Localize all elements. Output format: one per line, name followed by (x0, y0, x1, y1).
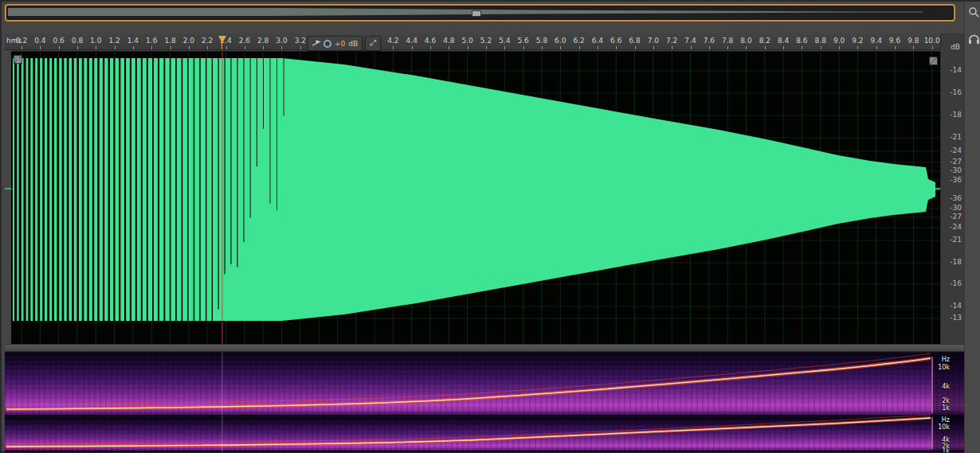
ruler-tick-label: 6.2 (573, 37, 584, 45)
ruler-tick-mark (300, 46, 301, 49)
ruler-tick-label: 1.2 (108, 37, 120, 45)
ruler-tick-label: 6.4 (592, 37, 603, 45)
db-scale-label: -24 (940, 223, 962, 231)
hud-pin-button[interactable]: ⤢ (365, 36, 381, 51)
zoom-navigator-bar[interactable] (5, 4, 955, 21)
hud-knob-icon[interactable] (323, 40, 331, 48)
ruler-tick-label: 8.4 (778, 37, 789, 45)
plot-corner-icon[interactable] (14, 55, 22, 64)
ruler-tick-label: 9.0 (833, 37, 845, 45)
spectral-display[interactable]: Hz10k4k2k1kHz10k4k2k1k (5, 352, 964, 452)
ruler-tick-label: 7.8 (722, 37, 733, 45)
frequency-label: Hz (918, 416, 950, 424)
db-scale-title: dB (940, 43, 960, 51)
ruler-tick-mark (281, 46, 282, 49)
audio-editor-window: hms 0.20.40.60.81.01.21.41.61.82.02.22.4… (0, 0, 980, 453)
ruler-tick-label: 4.2 (387, 37, 398, 45)
ruler-tick-label: 5.4 (499, 37, 510, 45)
volume-hud[interactable]: +0 dB (308, 36, 363, 51)
ruler-tick-label: 10.0 (924, 37, 940, 45)
db-scale-label: -14 (940, 66, 962, 74)
ruler-tick-mark (151, 46, 152, 49)
ruler-tick-label: 5.0 (462, 37, 473, 45)
ruler-tick-label: 0.8 (72, 37, 83, 45)
ruler-tick-label: 4.4 (406, 37, 417, 45)
ruler-tick-label: 6.8 (629, 37, 640, 45)
ruler-tick-mark (40, 46, 41, 49)
panel-splitter[interactable] (5, 344, 964, 352)
hud-gain-unit: dB (348, 40, 358, 48)
ruler-tick-label: 3.0 (276, 37, 287, 45)
ruler-tick-label: 4.6 (425, 37, 436, 45)
hud-gain-value[interactable]: +0 (335, 40, 345, 48)
playhead-marker-stem (221, 41, 222, 49)
db-scale-label: -21 (940, 236, 962, 244)
ruler-tick-label: 7.2 (666, 37, 677, 45)
ruler-tick-label: 8.6 (796, 37, 807, 45)
frequency-label: 1k (918, 404, 950, 412)
ruler-tick-mark (96, 46, 96, 49)
db-scale-label: -36 (940, 176, 962, 184)
ruler-tick-label: 2.0 (183, 37, 194, 45)
ruler-tick-mark (821, 46, 821, 49)
db-scale-label: -27 (940, 158, 962, 166)
waveform-envelope (13, 58, 935, 321)
db-scale-label: -30 (940, 166, 962, 174)
zoom-tool-icon[interactable] (968, 6, 979, 18)
playhead-marker[interactable] (218, 36, 226, 43)
ruler-tick-mark (913, 46, 914, 49)
ruler-tick-label: 4.8 (443, 37, 454, 45)
ruler-tick-label: 5.2 (480, 37, 492, 45)
ruler-tick-label: 2.6 (239, 37, 250, 45)
db-scale-label: -21 (940, 133, 962, 141)
ruler-tick-mark (393, 46, 394, 49)
ruler-tick-mark (895, 46, 896, 49)
waveform-display[interactable] (11, 51, 940, 345)
ruler-tick-mark (727, 46, 728, 49)
frequency-label: Hz (918, 356, 950, 363)
ruler-tick-label: 9.8 (907, 37, 919, 45)
plot-corner-icon[interactable] (929, 57, 938, 65)
db-scale-label: -16 (940, 279, 962, 287)
ruler-tick-mark (616, 46, 617, 49)
ruler-tick-label: 1.6 (146, 37, 157, 45)
ruler-tick-mark (579, 46, 580, 49)
ruler-tick-label: 5.8 (536, 37, 547, 45)
ruler-tick-mark (523, 46, 524, 49)
ruler-tick-mark (542, 46, 543, 49)
ruler-tick-label: 7.4 (684, 37, 696, 45)
ruler-tick-label: 5.6 (517, 37, 528, 45)
ruler-tick-label: 2.2 (202, 37, 213, 45)
ruler-tick-mark (412, 46, 413, 49)
ruler-tick-label: 0.6 (53, 37, 64, 45)
ruler-tick-mark (263, 46, 264, 49)
frequency-label: 10k (918, 364, 950, 371)
headphones-icon[interactable] (968, 33, 980, 45)
spectral-sweep-curves (5, 352, 964, 452)
ruler-tick-label: 7.6 (704, 37, 715, 45)
ruler-tick-mark (59, 46, 60, 49)
ruler-tick-mark (876, 46, 877, 49)
frequency-label: 2k (918, 397, 950, 404)
ruler-tick-mark (245, 46, 245, 49)
ruler-tick-mark (133, 46, 134, 49)
timeline-ruler[interactable]: hms 0.20.40.60.81.01.21.41.61.82.02.22.4… (5, 33, 964, 50)
ruler-tick-mark (932, 46, 933, 49)
db-scale-gutter (940, 33, 965, 344)
ruler-tick-mark (783, 46, 784, 49)
ruler-tick-label: 9.4 (871, 37, 882, 45)
ruler-tick-label: 8.0 (740, 37, 751, 45)
ruler-tick-mark (77, 46, 78, 49)
right-toolbar-rail (964, 2, 980, 453)
ruler-tick-mark (672, 46, 672, 49)
ruler-tick-label: 3.2 (295, 37, 306, 45)
ruler-tick-mark (635, 46, 636, 49)
ruler-tick-label: 6.0 (555, 37, 566, 45)
ruler-tick-mark (560, 46, 561, 49)
ruler-tick-mark (171, 46, 171, 49)
frequency-label: 10k (918, 424, 950, 431)
db-scale-label: -36 (940, 194, 962, 202)
ruler-tick-mark (598, 46, 598, 49)
ruler-tick-mark (504, 46, 505, 49)
navigator-handle[interactable] (472, 10, 481, 17)
